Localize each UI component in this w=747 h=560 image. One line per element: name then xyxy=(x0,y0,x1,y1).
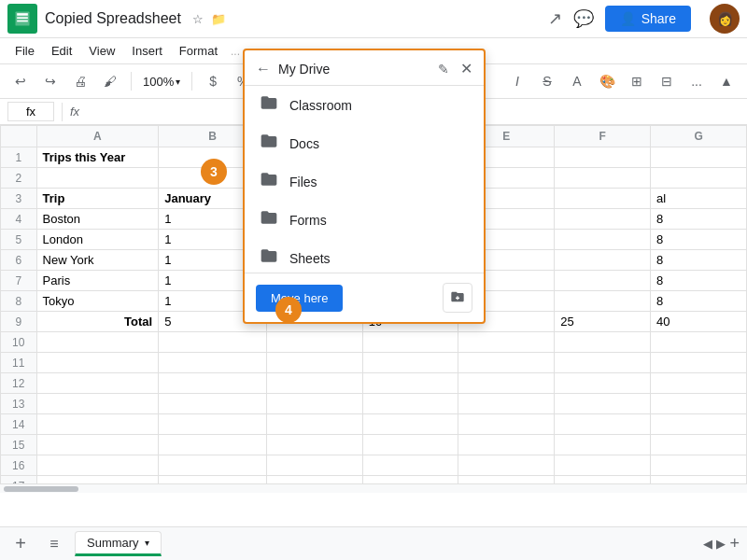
cell[interactable] xyxy=(159,476,267,484)
cell[interactable] xyxy=(36,353,159,373)
cell[interactable] xyxy=(362,332,458,353)
cell[interactable] xyxy=(555,168,651,189)
cell[interactable]: Trips this Year xyxy=(36,147,159,168)
add-sheet-right[interactable]: + xyxy=(729,534,740,553)
cell[interactable] xyxy=(266,414,362,435)
cell[interactable]: al xyxy=(651,189,747,209)
italic-button[interactable]: I xyxy=(504,68,530,94)
more-button[interactable]: ... xyxy=(684,68,710,94)
cell[interactable] xyxy=(651,373,747,394)
cell[interactable] xyxy=(458,353,555,373)
new-folder-button[interactable] xyxy=(443,283,472,313)
cell[interactable] xyxy=(651,394,747,414)
cell[interactable] xyxy=(458,332,555,353)
menu-edit[interactable]: Edit xyxy=(44,40,79,62)
cell[interactable] xyxy=(555,476,651,484)
avatar[interactable]: 👩 xyxy=(710,4,740,34)
cell[interactable] xyxy=(362,414,458,435)
cell[interactable] xyxy=(458,476,555,484)
cell[interactable] xyxy=(36,394,159,414)
star-icon[interactable]: ☆ xyxy=(192,12,204,26)
cell[interactable] xyxy=(362,476,458,484)
cell[interactable] xyxy=(651,332,747,353)
cell[interactable] xyxy=(362,373,458,394)
folder-item[interactable]: Classroom xyxy=(245,86,484,124)
cell[interactable] xyxy=(362,455,458,476)
borders-button[interactable]: ⊞ xyxy=(624,68,650,94)
cell[interactable]: Trip xyxy=(36,189,159,209)
redo-button[interactable]: ↪ xyxy=(37,68,63,94)
cell[interactable] xyxy=(266,394,362,414)
cell[interactable]: 25 xyxy=(555,312,651,332)
add-sheet-button[interactable]: + xyxy=(7,531,34,557)
cell[interactable] xyxy=(458,373,555,394)
menu-insert[interactable]: Insert xyxy=(124,40,170,62)
cell[interactable] xyxy=(555,189,651,209)
scroll-thumb[interactable] xyxy=(4,486,78,492)
share-button[interactable]: 👤 Share xyxy=(605,6,691,32)
cell[interactable] xyxy=(159,435,267,455)
cell[interactable] xyxy=(266,435,362,455)
cell[interactable] xyxy=(36,332,159,353)
cell[interactable] xyxy=(651,455,747,476)
cell[interactable]: 8 xyxy=(651,250,747,271)
cell-reference[interactable] xyxy=(7,102,54,121)
cell[interactable] xyxy=(159,332,267,353)
folder-item[interactable]: Forms xyxy=(245,201,484,239)
menu-file[interactable]: File xyxy=(7,40,42,62)
col-header-a[interactable]: A xyxy=(36,126,159,147)
cell[interactable]: Paris xyxy=(36,271,159,291)
cell[interactable]: New York xyxy=(36,250,159,271)
cell[interactable] xyxy=(36,373,159,394)
zoom-selector[interactable]: 100% ▾ xyxy=(139,73,184,91)
cell[interactable] xyxy=(555,414,651,435)
cell[interactable] xyxy=(555,435,651,455)
cell[interactable]: Boston xyxy=(36,209,159,230)
sheet-nav-left[interactable]: ◀ xyxy=(703,537,712,551)
currency-button[interactable]: $ xyxy=(200,68,226,94)
comment-icon[interactable]: 💬 xyxy=(573,8,594,29)
merge-button[interactable]: ⊟ xyxy=(654,68,680,94)
cell[interactable] xyxy=(266,476,362,484)
cell[interactable] xyxy=(266,353,362,373)
cell[interactable] xyxy=(362,435,458,455)
cell[interactable]: 8 xyxy=(651,271,747,291)
cell[interactable] xyxy=(458,435,555,455)
cell[interactable] xyxy=(159,455,267,476)
sheet-list-button[interactable]: ≡ xyxy=(41,531,67,557)
cell[interactable] xyxy=(266,373,362,394)
text-color-button[interactable]: A xyxy=(564,68,590,94)
cell[interactable] xyxy=(555,250,651,271)
menu-format[interactable]: Format xyxy=(172,40,225,62)
highlight-button[interactable]: 🎨 xyxy=(594,68,620,94)
print-button[interactable]: 🖨 xyxy=(67,68,93,94)
folder-item[interactable]: Docs xyxy=(245,124,484,162)
cell[interactable] xyxy=(266,332,362,353)
menu-view[interactable]: View xyxy=(81,40,122,62)
cell[interactable] xyxy=(555,230,651,250)
trending-icon[interactable]: ↗ xyxy=(548,8,562,29)
cell[interactable]: Tokyo xyxy=(36,291,159,312)
cell[interactable] xyxy=(651,147,747,168)
cell[interactable] xyxy=(458,394,555,414)
cell[interactable] xyxy=(159,373,267,394)
folder-icon[interactable]: 📁 xyxy=(211,12,226,26)
cell[interactable] xyxy=(458,414,555,435)
cell[interactable] xyxy=(555,373,651,394)
dialog-back-button[interactable]: ← xyxy=(256,61,271,77)
dialog-close-button[interactable]: ✕ xyxy=(460,60,472,77)
cell[interactable] xyxy=(555,332,651,353)
cell[interactable] xyxy=(555,353,651,373)
cell[interactable] xyxy=(159,414,267,435)
cell[interactable] xyxy=(36,168,159,189)
folder-item[interactable]: Sheets xyxy=(245,239,484,273)
col-header-g[interactable]: G xyxy=(651,126,747,147)
cell[interactable] xyxy=(555,271,651,291)
cell[interactable] xyxy=(555,291,651,312)
sheet-nav-right[interactable]: ▶ xyxy=(716,537,726,551)
cell[interactable]: 8 xyxy=(651,209,747,230)
cell[interactable] xyxy=(555,209,651,230)
paint-format-button[interactable]: 🖌 xyxy=(97,68,123,94)
cell[interactable]: 40 xyxy=(651,312,747,332)
cell[interactable]: 8 xyxy=(651,230,747,250)
